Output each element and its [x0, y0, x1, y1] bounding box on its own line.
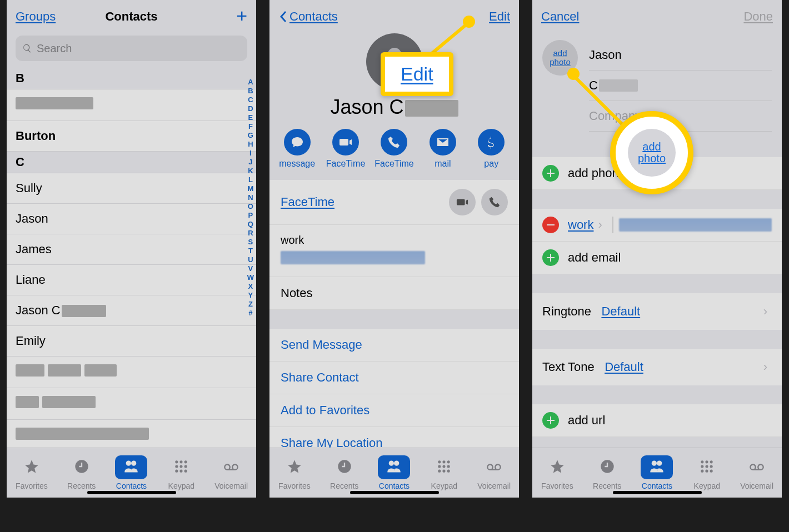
minus-icon — [542, 217, 559, 233]
contact-row[interactable]: Emily — [7, 326, 256, 357]
contacts-list-screen: Groups Contacts + Search B Burton C Sull… — [7, 0, 256, 498]
tab-contacts[interactable]: Contacts — [107, 448, 157, 498]
contact-row-redacted[interactable] — [7, 420, 256, 451]
tab-recents[interactable]: Recents — [582, 448, 632, 498]
dollar-icon — [485, 135, 498, 149]
mail-icon — [436, 135, 450, 149]
work-field[interactable]: work — [269, 225, 519, 277]
home-indicator[interactable] — [350, 491, 439, 494]
section-header-b: B — [7, 68, 256, 89]
add-email-row[interactable]: add email — [532, 242, 782, 274]
facetime-audio-quick[interactable] — [481, 189, 508, 215]
tab-voicemail[interactable]: Voicemail — [732, 448, 782, 498]
done-button[interactable]: Done — [743, 9, 773, 24]
first-name-field[interactable]: Jason — [589, 40, 772, 71]
svg-point-16 — [447, 465, 450, 468]
star-icon — [286, 459, 303, 474]
tab-recents[interactable]: Recents — [57, 448, 107, 498]
tab-voicemail[interactable]: Voicemail — [206, 448, 256, 498]
tab-keypad[interactable]: Keypad — [682, 448, 732, 498]
facetime-audio-button[interactable]: FaceTime — [372, 129, 416, 169]
svg-point-29 — [710, 470, 713, 473]
contact-row-redacted[interactable] — [7, 388, 256, 420]
home-indicator[interactable] — [613, 491, 702, 494]
facetime-video-quick[interactable] — [449, 189, 476, 215]
texttone-row[interactable]: Text Tone Default › — [532, 349, 782, 385]
contact-name: Jason C — [269, 96, 519, 119]
phone-icon — [387, 135, 401, 149]
contact-row[interactable]: James — [7, 234, 256, 265]
add-favorites-link[interactable]: Add to Favorites — [269, 394, 519, 427]
svg-point-1 — [176, 460, 178, 463]
chevron-right-icon: › — [763, 360, 767, 374]
svg-point-24 — [701, 465, 704, 468]
tab-recents[interactable]: Recents — [319, 448, 369, 498]
tab-bar: Favorites Recents Contacts Keypad Voicem… — [532, 448, 782, 498]
tab-favorites[interactable]: Favorites — [532, 448, 582, 498]
svg-point-18 — [443, 470, 446, 473]
work-email-row[interactable]: work › — [532, 209, 782, 242]
cancel-button[interactable]: Cancel — [541, 9, 579, 24]
edit-contact-screen: Cancel Done addphoto Jason C Company add… — [532, 0, 782, 498]
facetime-video-button[interactable]: FaceTime — [323, 129, 368, 169]
tab-contacts[interactable]: Contacts — [632, 448, 682, 498]
contact-row-redacted[interactable] — [7, 357, 256, 388]
star-icon — [549, 459, 566, 474]
clock-icon — [73, 459, 90, 474]
tab-contacts[interactable]: Contacts — [369, 448, 420, 498]
groups-link[interactable]: Groups — [16, 9, 56, 24]
plus-icon — [542, 249, 559, 266]
tab-voicemail[interactable]: Voicemail — [469, 448, 519, 498]
star-icon — [23, 459, 40, 474]
phone-icon — [488, 196, 501, 208]
ringtone-row[interactable]: Ringtone Default › — [532, 293, 782, 330]
search-input[interactable]: Search — [16, 36, 247, 61]
contact-row-redacted[interactable] — [7, 89, 256, 121]
svg-point-5 — [180, 465, 183, 468]
back-button[interactable]: Contacts — [278, 9, 338, 24]
message-button[interactable]: message — [275, 129, 319, 169]
contact-row[interactable]: Jason C — [7, 295, 256, 326]
pay-button[interactable]: pay — [469, 129, 513, 169]
svg-point-4 — [176, 465, 178, 468]
alphabet-index[interactable]: ABCDEFGHIJKLMNOPQRSTUVWXYZ# — [247, 78, 254, 318]
add-contact-button[interactable]: + — [236, 5, 247, 27]
svg-point-7 — [176, 470, 178, 473]
chevron-left-icon — [278, 10, 287, 23]
tab-keypad[interactable]: Keypad — [419, 448, 469, 498]
contact-row[interactable]: Jason — [7, 204, 256, 234]
contacts-icon — [123, 459, 139, 474]
home-indicator[interactable] — [87, 491, 176, 494]
tab-keypad[interactable]: Keypad — [156, 448, 206, 498]
send-message-link[interactable]: Send Message — [269, 329, 519, 362]
contact-row-burton[interactable]: Burton — [7, 121, 256, 152]
svg-point-22 — [706, 460, 708, 463]
clock-icon — [599, 459, 616, 474]
tab-favorites[interactable]: Favorites — [7, 448, 57, 498]
tab-favorites[interactable]: Favorites — [269, 448, 319, 498]
contacts-icon — [648, 459, 665, 474]
contact-detail-screen: Contacts Edit Jason C message FaceTime F… — [269, 0, 519, 498]
svg-point-2 — [180, 460, 183, 463]
svg-point-11 — [438, 460, 441, 463]
message-icon — [291, 135, 304, 149]
chevron-right-icon: › — [763, 304, 767, 319]
callout-add-photo: addphoto — [610, 111, 693, 194]
svg-point-13 — [447, 460, 450, 463]
contact-row[interactable]: Sully — [7, 173, 256, 204]
contact-row[interactable]: Liane — [7, 265, 256, 295]
search-placeholder: Search — [37, 42, 72, 55]
video-icon — [339, 135, 352, 149]
mail-button[interactable]: mail — [421, 129, 465, 169]
add-url-row[interactable]: add url — [532, 404, 782, 437]
contacts-icon — [386, 459, 402, 474]
svg-point-23 — [710, 460, 713, 463]
tab-bar: Favorites Recents Contacts Keypad Voicem… — [7, 448, 256, 498]
notes-field[interactable]: Notes — [269, 277, 519, 310]
clock-icon — [336, 459, 353, 474]
video-icon — [456, 196, 468, 208]
edit-button[interactable]: Edit — [489, 9, 510, 24]
chevron-right-icon: › — [598, 218, 602, 232]
share-contact-link[interactable]: Share Contact — [269, 362, 519, 394]
last-name-field[interactable]: C — [589, 71, 772, 101]
